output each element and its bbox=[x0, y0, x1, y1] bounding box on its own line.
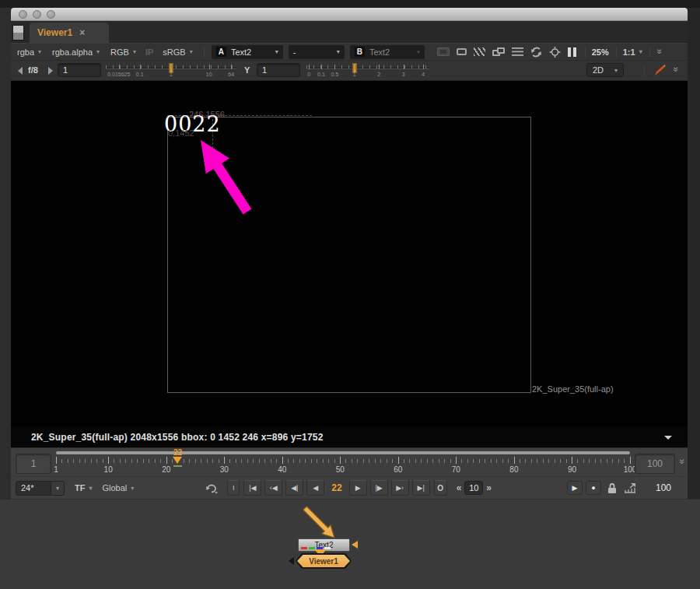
tab-label: Viewer1 bbox=[37, 27, 72, 38]
b-input-dropdown[interactable]: B Text2 bbox=[350, 45, 425, 59]
flipbook-play-icon[interactable]: ▶ bbox=[567, 481, 583, 495]
gain-input[interactable]: 1 bbox=[58, 63, 101, 77]
collapse-toolbar-icon[interactable] bbox=[656, 47, 665, 58]
playhead-frame-label: 22 bbox=[173, 448, 182, 457]
pane-menu-icon[interactable] bbox=[12, 25, 24, 40]
proxy-ratio-dropdown[interactable]: 1:1 bbox=[623, 47, 642, 57]
tab-bar: Viewer1 × bbox=[11, 21, 688, 43]
timeline-scrollbar[interactable] bbox=[56, 451, 630, 454]
minimize-window-button[interactable] bbox=[33, 10, 41, 19]
playhead-marker-icon[interactable] bbox=[173, 457, 182, 464]
viewer-input-arrow-icon bbox=[289, 557, 294, 565]
a-chip: A bbox=[216, 47, 226, 57]
fps-dropdown-arrow-icon[interactable] bbox=[51, 481, 65, 496]
pause-icon[interactable] bbox=[568, 47, 576, 57]
separator bbox=[644, 65, 645, 76]
window-titlebar[interactable] bbox=[11, 8, 688, 21]
roi-icon[interactable] bbox=[549, 47, 561, 58]
cached-frames-indicator bbox=[173, 465, 182, 467]
prev-keyframe-button[interactable]: ‹◀ bbox=[264, 480, 282, 496]
lock-icon[interactable] bbox=[607, 482, 618, 494]
separator bbox=[585, 47, 586, 58]
close-tab-icon[interactable]: × bbox=[79, 27, 85, 38]
viewer-status-bar: 2K_Super_35(full-ap) 2048x1556 bbox: 0 1… bbox=[11, 426, 688, 447]
range-start-input[interactable]: 1 bbox=[16, 454, 51, 474]
right-edge bbox=[688, 8, 700, 499]
collapse-toolbar-icon[interactable] bbox=[672, 65, 681, 75]
annotation-arrow bbox=[187, 132, 258, 222]
status-menu-icon[interactable] bbox=[664, 436, 672, 440]
display-style-dropdown[interactable]: RGB bbox=[110, 47, 136, 57]
zoom-window-button[interactable] bbox=[47, 10, 55, 19]
node-graph[interactable]: Text2 Viewer1 bbox=[0, 499, 700, 589]
play-backward-button[interactable]: ◀ bbox=[306, 480, 324, 496]
view-dimension-dropdown[interactable]: 2D bbox=[586, 63, 624, 77]
b-chip: B bbox=[355, 47, 365, 57]
close-window-button[interactable] bbox=[19, 10, 27, 19]
gain-slider[interactable]: 0.0156250.111064 bbox=[106, 61, 236, 80]
frame-increment-input[interactable]: 10 bbox=[464, 481, 483, 495]
range-end-input[interactable]: 100 bbox=[635, 454, 675, 474]
viewer-viewport[interactable]: 246,1556 0022 0,1452 2K_Super_35(full-ap… bbox=[11, 81, 688, 426]
separator bbox=[649, 47, 650, 58]
status-info: 2K_Super_35(full-ap) 2048x1556 bbox: 0 1… bbox=[31, 432, 324, 443]
format-name-label: 2K_Super_35(full-ap) bbox=[532, 384, 614, 394]
ab-blend-dropdown[interactable]: - bbox=[289, 45, 345, 59]
refresh-icon[interactable] bbox=[530, 47, 542, 58]
input-button[interactable]: I bbox=[227, 480, 240, 496]
render-flipbook-icon[interactable] bbox=[623, 482, 637, 493]
next-frame-button[interactable]: |▶ bbox=[370, 480, 388, 496]
zoom-level[interactable]: 25% bbox=[592, 47, 609, 57]
node-viewer1[interactable]: Viewer1 bbox=[296, 553, 352, 569]
scanline-icon[interactable] bbox=[512, 47, 523, 56]
fstop-decrement-icon[interactable] bbox=[18, 67, 23, 75]
play-button[interactable]: ▶ bbox=[349, 480, 367, 496]
tab-viewer1[interactable]: Viewer1 × bbox=[30, 23, 109, 43]
annotation-arrow-small bbox=[299, 505, 340, 541]
input-process-toggle[interactable]: IP bbox=[145, 47, 153, 57]
fstop-label: f/8 bbox=[28, 65, 38, 75]
gain-gamma-toolbar: f/8 1 0.0156250.111064 Y 1 00.10.51234 2… bbox=[11, 61, 688, 81]
collapse-timeline-icon[interactable] bbox=[678, 457, 688, 468]
goto-end-button[interactable]: ▶| bbox=[412, 480, 430, 496]
ruler-ticks: 1102030405060708090100 bbox=[56, 457, 630, 475]
transport-controls: 24* TF Global I |◀ ‹◀ ◀| ◀ 22 ▶ |▶ ▶› ▶|… bbox=[11, 476, 688, 499]
channels-dropdown[interactable]: rgba bbox=[17, 47, 41, 57]
loop-range-button[interactable]: O bbox=[434, 480, 447, 496]
viewer-panel: Viewer1 × rgba rgba.alpha RGB IP sRGB A … bbox=[11, 21, 688, 499]
fstop-increment-icon[interactable] bbox=[48, 67, 53, 75]
alpha-layer-dropdown[interactable]: rgba.alpha bbox=[52, 47, 100, 57]
gamma-label: Y bbox=[244, 65, 250, 75]
frame-ruler[interactable]: 1102030405060708090100 22 bbox=[56, 450, 630, 476]
stylus-icon[interactable] bbox=[653, 65, 666, 77]
goto-start-button[interactable]: |◀ bbox=[243, 480, 261, 496]
gamma-input[interactable]: 1 bbox=[257, 63, 300, 77]
viewer-toolbar: rgba rgba.alpha RGB IP sRGB A Text2 - B … bbox=[11, 43, 688, 61]
end-frame-display: 100 bbox=[656, 482, 671, 493]
nuke-viewer-window: Viewer1 × rgba rgba.alpha RGB IP sRGB A … bbox=[0, 0, 700, 589]
prev-frame-button[interactable]: ◀| bbox=[285, 480, 303, 496]
current-frame-field[interactable]: 22 bbox=[324, 482, 348, 493]
wipe-compare-icon[interactable] bbox=[492, 47, 505, 57]
format-display-icon[interactable] bbox=[457, 48, 467, 55]
step-forward-button[interactable]: » bbox=[486, 482, 492, 493]
a-input-dropdown[interactable]: A Text2 bbox=[212, 45, 283, 59]
timeline-mode-dropdown[interactable]: TF bbox=[75, 483, 92, 493]
fps-dropdown[interactable]: 24* bbox=[16, 481, 65, 496]
separator bbox=[616, 47, 617, 58]
step-back-button[interactable]: « bbox=[457, 482, 462, 493]
separator bbox=[204, 47, 205, 58]
next-keyframe-button[interactable]: ▶› bbox=[391, 480, 409, 496]
viewer-colorspace-dropdown[interactable]: sRGB bbox=[163, 47, 192, 57]
playback-loop-icon[interactable] bbox=[205, 482, 219, 494]
timeline: 1 1102030405060708090100 22 100 bbox=[11, 447, 688, 476]
record-icon[interactable]: ● bbox=[586, 481, 601, 495]
node-input-arrow-icon[interactable] bbox=[352, 541, 358, 549]
gamma-slider[interactable]: 00.10.51234 bbox=[306, 61, 429, 80]
left-edge bbox=[0, 8, 11, 499]
gain-display-icon[interactable] bbox=[437, 47, 450, 56]
frame-range-dropdown[interactable]: Global bbox=[102, 483, 134, 493]
clipping-warning-icon[interactable] bbox=[474, 47, 485, 56]
